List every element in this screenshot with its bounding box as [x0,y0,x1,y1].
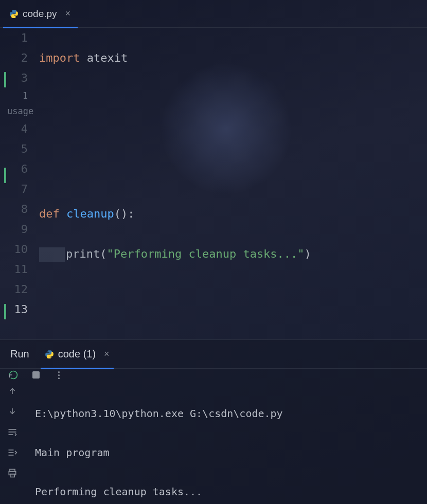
scroll-down-icon[interactable] [7,406,18,417]
vcs-change-mark [4,304,6,319]
editor-tabbar: code.py × [0,0,427,28]
run-tab-label: code (1) [58,348,96,360]
rerun-icon[interactable] [7,369,20,381]
run-side-toolbar [0,381,25,504]
console-output[interactable]: E:\python3.10\python.exe G:\csdn\code.py… [25,381,427,504]
print-icon[interactable] [7,467,18,479]
close-icon[interactable]: × [65,8,71,19]
more-icon[interactable] [52,369,65,381]
close-icon[interactable]: × [104,349,110,359]
usage-hint: 1 usage [6,88,28,119]
python-icon [45,350,54,359]
code-content[interactable]: import atexit def cleanup(): print("Perf… [35,28,427,339]
code-editor[interactable]: 1 2 3 1 usage 4 5 6 7 8 9 10 11 12 13 im… [0,28,427,339]
soft-wrap-icon[interactable] [7,426,18,438]
scroll-up-icon[interactable] [7,385,18,397]
stop-icon[interactable] [30,369,42,381]
run-tabbar: Run code (1) × [0,340,427,369]
console-line: Performing cleanup tasks... [35,482,427,501]
file-tab-code-py[interactable]: code.py × [3,0,78,28]
scroll-to-end-icon[interactable] [7,447,18,458]
file-tab-label: code.py [23,8,57,20]
run-title: Run [10,348,29,360]
indent-guide [39,247,65,262]
console-line: E:\python3.10\python.exe G:\csdn\code.py [35,404,427,423]
console-line: Main program [35,443,427,462]
run-tab-code[interactable]: code (1) × [41,340,114,369]
run-toolbar [0,369,427,381]
vcs-change-mark [4,168,6,183]
python-icon [9,9,19,19]
line-numbers: 1 2 3 1 usage 4 5 6 7 8 9 10 11 12 13 [6,28,35,339]
vcs-change-mark [4,72,6,87]
run-tool-window: Run code (1) × [0,339,427,504]
